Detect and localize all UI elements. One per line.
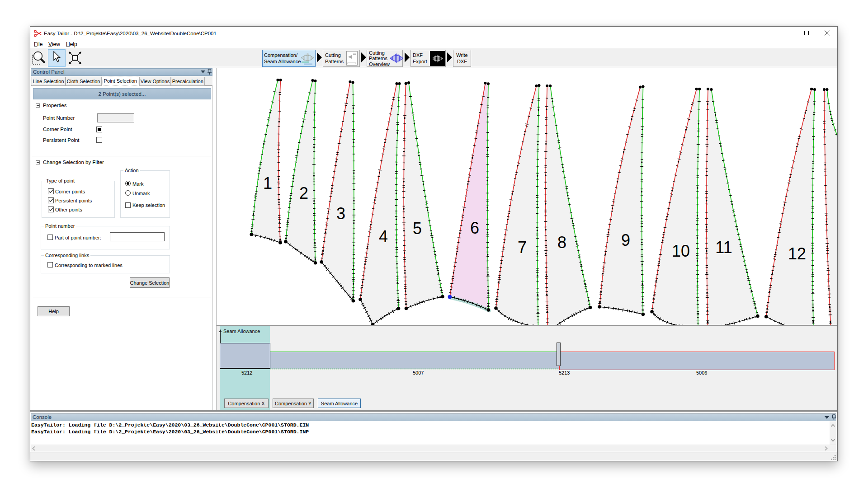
svg-text:5: 5 [413, 219, 422, 238]
svg-text:3: 3 [336, 204, 345, 223]
svg-text:2: 2 [299, 184, 308, 202]
svg-text:12: 12 [788, 244, 806, 263]
svg-text:8: 8 [557, 233, 566, 252]
svg-text:4: 4 [379, 227, 388, 246]
svg-text:10: 10 [672, 242, 690, 260]
svg-text:1: 1 [263, 174, 272, 192]
svg-text:9: 9 [621, 231, 630, 249]
svg-text:11: 11 [715, 238, 732, 257]
svg-text:6: 6 [470, 219, 479, 237]
svg-text:7: 7 [518, 238, 527, 257]
